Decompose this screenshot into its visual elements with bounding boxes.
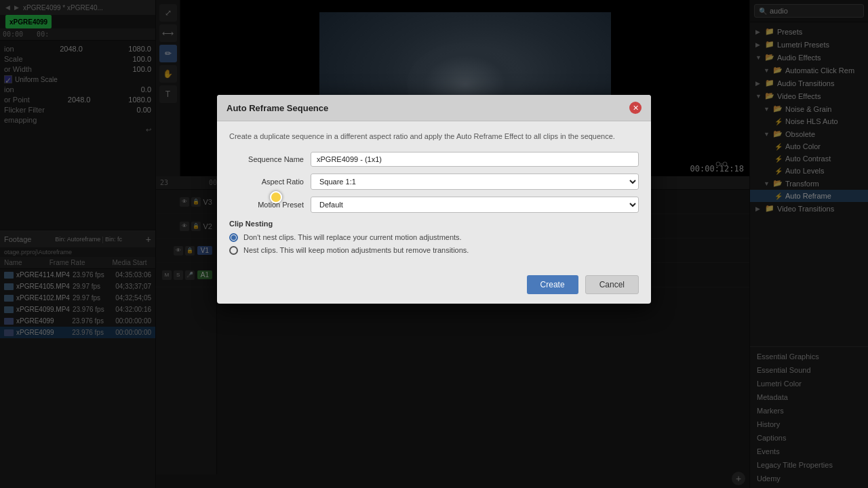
cancel-button[interactable]: Cancel — [585, 275, 639, 294]
aspect-ratio-field: Aspect Ratio Square 1:1 16:9 4:3 9:16 Cu… — [229, 174, 639, 190]
modal-overlay: Auto Reframe Sequence ✕ Create a duplica… — [0, 0, 868, 488]
radio-nest-btn[interactable] — [229, 246, 238, 255]
motion-preset-label: Motion Preset — [229, 201, 304, 209]
app-container: ◀ ▶ xPGRE4099 * xPGRE40... xPGRE4099 00:… — [0, 0, 868, 488]
radio-nest[interactable]: Nest clips. This will keep motion adjust… — [229, 246, 639, 255]
aspect-ratio-select[interactable]: Square 1:1 16:9 4:3 9:16 Custom — [311, 174, 639, 190]
modal-description: Create a duplicate sequence in a differe… — [229, 131, 639, 142]
radio-nest-label: Nest clips. This will keep motion adjust… — [243, 246, 469, 254]
modal-close-button[interactable]: ✕ — [629, 102, 642, 114]
modal-body: Create a duplicate sequence in a differe… — [217, 121, 651, 268]
radio-dont-nest-btn[interactable] — [229, 233, 238, 242]
motion-preset-select[interactable]: Default Slower Faster — [311, 197, 639, 213]
radio-dont-nest-label: Don't nest clips. This will replace your… — [243, 233, 462, 241]
modal-title: Auto Reframe Sequence — [226, 103, 328, 113]
radio-dont-nest[interactable]: Don't nest clips. This will replace your… — [229, 233, 639, 242]
aspect-ratio-label: Aspect Ratio — [229, 178, 304, 186]
clip-nesting-title: Clip Nesting — [229, 220, 639, 228]
modal-header: Auto Reframe Sequence ✕ — [217, 95, 651, 121]
auto-reframe-modal: Auto Reframe Sequence ✕ Create a duplica… — [217, 95, 651, 304]
seq-name-field-label: Sequence Name — [229, 155, 304, 163]
seq-name-input[interactable] — [311, 152, 639, 167]
seq-name-field: Sequence Name — [229, 152, 639, 167]
motion-preset-field: Motion Preset Default Slower Faster — [229, 197, 639, 213]
create-button[interactable]: Create — [527, 275, 578, 294]
modal-footer: Create Cancel — [217, 268, 651, 304]
